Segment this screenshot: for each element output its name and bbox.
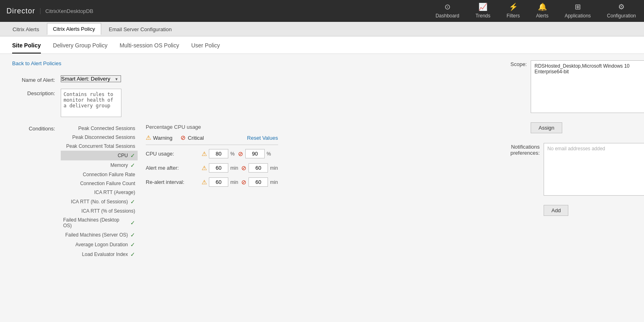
condition-item[interactable]: Peak Concurrent Total Sessions [61,142,138,151]
condition-item[interactable]: Peak Disconnected Sessions [61,133,138,142]
policy-tab-delivery-group[interactable]: Delivery Group Policy [53,42,108,53]
warning-unit: min [230,165,238,171]
notifications-label: Notifications preferences: [510,143,544,156]
metric-label: Alert me after: [146,165,198,171]
cpu-title: Percentage CPU usage [146,124,278,130]
warning-icon: ⚠ [146,134,151,141]
check-icon: ✓ [130,162,135,168]
nav-label-dashboard: Dashboard [436,13,459,19]
check-icon: ✓ [130,152,135,159]
warning-icon: ⚠ [202,150,207,158]
notifications-box: No email addresses added [544,143,644,196]
name-control: Smart Alert: Delivery [61,75,498,82]
critical-icon: ⊘ [241,164,247,172]
critical-input-group: ⊘min [241,177,278,187]
condition-item[interactable]: Memory✓ [61,160,138,170]
nav-item-configuration[interactable]: ⚙ Configuration [599,0,644,22]
notifications-content: No email addresses added Add [544,143,644,216]
condition-label: CPU [118,153,128,158]
condition-item[interactable]: Connection Failure Count [61,179,138,188]
metric-row: Alert me after:⚠min⊘min [146,163,278,173]
critical-unit: min [270,165,278,171]
brand: Director CitrixXenDesktopDB [6,7,94,15]
critical-icon: ⊘ [238,150,243,158]
nav-item-filters[interactable]: ⚡ Filters [499,0,528,22]
back-link[interactable]: Back to Alert Policies [12,60,61,66]
condition-item[interactable]: Peak Connected Sessions [61,124,138,133]
scope-label: Scope: [510,60,531,67]
nav-label-applications: Applications [565,13,591,19]
metric-label: CPU usage: [146,151,198,157]
warning-unit: % [230,151,235,157]
right-panel: Scope: RDSHosted_Desktop,Microsoft Windo… [510,60,632,265]
nav-item-alerts[interactable]: 🔔 Alerts [528,0,557,22]
applications-icon: ⊞ [575,2,581,11]
condition-item[interactable]: Load Evaluator Index✓ [61,249,138,259]
warning-badge: ⚠ Warning [146,134,172,141]
warning-input-group: ⚠min [202,177,238,187]
main-content: Site Policy Delivery Group Policy Multi-… [0,36,644,322]
check-icon: ✓ [130,241,135,248]
sub-tab-citrix-alerts-policy[interactable]: Citrix Alerts Policy [47,23,101,35]
critical-value-input[interactable] [249,177,268,187]
condition-label: ICA RTT (Average) [94,190,135,195]
notifications-row: Notifications preferences: No email addr… [510,143,632,216]
policy-tab-site[interactable]: Site Policy [12,42,41,53]
policy-tab-multi-session[interactable]: Multi-session OS Policy [119,42,179,53]
condition-label: Peak Disconnected Sessions [72,134,135,140]
critical-icon: ⊘ [181,134,186,141]
critical-value-input[interactable] [249,163,268,173]
condition-item[interactable]: Average Logon Duration✓ [61,240,138,249]
left-panel: Back to Alert Policies Name of Alert: Sm… [12,60,498,265]
description-control: Contains rules to monitor health of a de… [61,89,498,118]
condition-item[interactable]: ICA RTT (No. of Sessions)✓ [61,197,138,207]
sub-tab-citrix-alerts[interactable]: Citrix Alerts [6,23,45,35]
critical-input-group: ⊘min [241,163,278,173]
critical-input-group: ⊘% [238,149,271,158]
top-nav: Director CitrixXenDesktopDB ⊙ Dashboard … [0,0,644,22]
critical-value-input[interactable] [245,149,265,158]
condition-item[interactable]: Connection Failure Rate [61,170,138,179]
conditions-detail: Percentage CPU usage ⚠ Warning ⊘ Critica… [146,124,278,259]
condition-label: ICA RTT (% of Sessions) [81,208,135,214]
warning-icon: ⚠ [202,164,207,172]
check-icon: ✓ [130,198,135,205]
warning-input-group: ⚠% [202,149,235,158]
nav-item-applications[interactable]: ⊞ Applications [557,0,599,22]
critical-icon: ⊘ [241,179,247,186]
name-select[interactable]: Smart Alert: Delivery [61,75,121,82]
brand-db: CitrixXenDesktopDB [40,8,94,14]
warning-critical-row: ⚠ Warning ⊘ Critical Reset Values [146,134,278,145]
description-label: Description: [12,89,61,96]
warning-value-input[interactable] [209,177,228,187]
condition-item[interactable]: CPU✓ [61,151,138,160]
condition-label: Failed Machines (Desktop OS) [63,217,128,228]
critical-badge: ⊘ Critical [181,134,204,141]
assign-button[interactable]: Assign [531,122,562,133]
nav-label-configuration: Configuration [607,13,636,19]
name-select-wrapper: Smart Alert: Delivery [61,75,121,82]
nav-label-filters: Filters [507,13,520,19]
content-body: Back to Alert Policies Name of Alert: Sm… [0,54,644,271]
condition-item[interactable]: ICA RTT (Average) [61,188,138,197]
trends-icon: 📈 [478,2,487,11]
scope-box: RDSHosted_Desktop,Microsoft Windows 10 E… [531,60,644,113]
policy-tab-user[interactable]: User Policy [191,42,220,53]
condition-label: Average Logon Duration [75,242,128,247]
sub-tab-email-server-config[interactable]: Email Server Configuration [103,23,178,35]
nav-item-dashboard[interactable]: ⊙ Dashboard [427,0,468,22]
reset-link[interactable]: Reset Values [247,135,278,141]
condition-item[interactable]: Failed Machines (Desktop OS)✓ [61,215,138,230]
warning-value-input[interactable] [209,149,228,158]
description-textarea[interactable]: Contains rules to monitor health of a de… [61,89,121,117]
nav-item-trends[interactable]: 📈 Trends [468,0,499,22]
scope-row: Scope: RDSHosted_Desktop,Microsoft Windo… [510,60,632,133]
metric-label: Re-alert interval: [146,179,198,185]
warning-value-input[interactable] [209,163,228,173]
add-button[interactable]: Add [544,205,568,216]
dashboard-icon: ⊙ [444,2,451,11]
condition-item[interactable]: ICA RTT (% of Sessions) [61,207,138,215]
condition-item[interactable]: Failed Machines (Server OS)✓ [61,230,138,240]
warning-unit: min [230,179,238,185]
critical-unit: % [267,151,271,157]
